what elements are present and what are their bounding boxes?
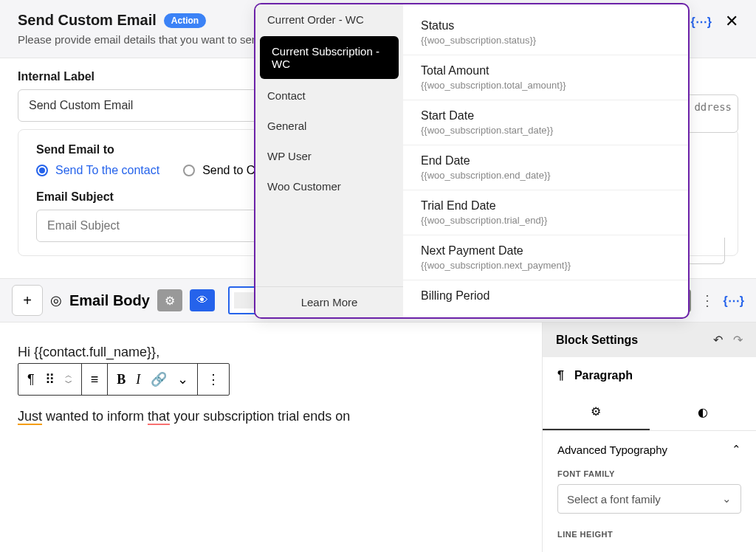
link-icon[interactable]: 🔗 (151, 371, 167, 387)
gear-icon: ⚙ (591, 404, 601, 418)
variable-item[interactable]: Trial End Date{{woo_subscription.trial_e… (403, 190, 688, 235)
email-body-title: Email Body (69, 292, 150, 309)
settings-tab[interactable]: ⚙ (543, 394, 650, 430)
action-badge: Action (164, 13, 206, 28)
block-settings-sidebar: Block Settings ↶ ↷ ¶ Paragraph ⚙ ◐ Advan… (542, 322, 756, 552)
page-title: Send Custom Email (18, 12, 157, 29)
drag-handle-icon[interactable]: ⠿ (45, 371, 55, 387)
variable-category[interactable]: Woo Customer (255, 171, 403, 201)
target-icon: ◎ (50, 292, 62, 308)
radio-label: Send To the contact (55, 164, 159, 177)
undo-icon[interactable]: ↶ (713, 333, 723, 347)
contrast-icon: ◐ (698, 405, 708, 419)
variable-picker-popup: Current Order - WCCurrent Subscription -… (254, 3, 690, 319)
variable-list: Status{{woo_subscription.status}}Total A… (403, 4, 688, 317)
redo-icon[interactable]: ↷ (733, 333, 743, 347)
floating-text-toolbar: ¶ ⠿ ︿﹀ ≡ B I 🔗 ⌄ ⋮ (18, 363, 230, 396)
sidebar-title: Block Settings (556, 334, 638, 347)
settings-icon[interactable]: ⚙ (157, 289, 182, 311)
italic-icon[interactable]: I (136, 372, 140, 387)
insert-variable-button-2[interactable]: {⋯} (724, 294, 744, 308)
email-canvas[interactable]: Hi {{contact.full_name}}, ¶ ⠿ ︿﹀ ≡ B I 🔗… (0, 322, 542, 552)
align-icon[interactable]: ≡ (91, 372, 99, 387)
variable-category[interactable]: WP User (255, 141, 403, 171)
chevron-down-icon[interactable]: ⌄ (177, 371, 188, 387)
preview-icon[interactable]: 👁 (190, 289, 215, 311)
line-height-label: LINE HEIGHT (557, 530, 741, 539)
send-to-custom-radio[interactable]: Send to Cu (183, 164, 261, 177)
body-line-1[interactable]: Just wanted to inform that your subscrip… (18, 409, 524, 424)
more-icon[interactable]: ⋮ (207, 371, 220, 387)
variable-item[interactable]: Start Date{{woo_subscription.start_date}… (403, 100, 688, 145)
variable-category[interactable]: Contact (255, 80, 403, 111)
paragraph-icon: ¶ (557, 369, 564, 382)
insert-variable-button[interactable]: {⋯} (691, 15, 712, 29)
variable-category[interactable]: General (255, 111, 403, 141)
advanced-typography-toggle[interactable]: Advanced Typography ⌃ (557, 443, 741, 456)
chevron-down-icon: ⌄ (722, 492, 732, 506)
learn-more-link[interactable]: Learn More (255, 286, 403, 317)
bold-icon[interactable]: B (117, 372, 126, 387)
variable-item[interactable]: Status{{woo_subscription.status}} (403, 10, 688, 55)
add-block-button[interactable]: + (12, 285, 43, 316)
variable-categories: Current Order - WCCurrent Subscription -… (255, 4, 403, 317)
greeting-text: Hi {{contact.full_name}}, (18, 345, 524, 360)
radio-label: Send to Cu (202, 164, 261, 177)
block-type-label: Paragraph (574, 369, 633, 382)
variable-item[interactable]: Billing Period (403, 280, 688, 311)
variable-category[interactable]: Current Subscription - WC (260, 36, 399, 79)
variable-category[interactable]: Current Order - WC (255, 4, 403, 35)
style-tab[interactable]: ◐ (650, 394, 757, 430)
close-icon[interactable]: ✕ (725, 12, 738, 31)
paragraph-icon[interactable]: ¶ (27, 372, 35, 387)
variable-item[interactable]: Total Amount{{woo_subscription.total_amo… (403, 55, 688, 100)
variable-item[interactable]: Next Payment Date{{woo_subscription.next… (403, 235, 688, 280)
more-options-icon[interactable]: ⋮ (700, 291, 715, 309)
variable-item[interactable]: End Date{{woo_subscription.end_date}} (403, 145, 688, 190)
send-to-contact-radio[interactable]: Send To the contact (36, 164, 159, 177)
chevron-up-icon: ⌃ (732, 443, 741, 456)
move-icon[interactable]: ︿﹀ (65, 372, 72, 387)
font-family-select[interactable]: Select a font family ⌄ (557, 484, 741, 514)
font-family-label: FONT FAMILY (557, 469, 741, 478)
